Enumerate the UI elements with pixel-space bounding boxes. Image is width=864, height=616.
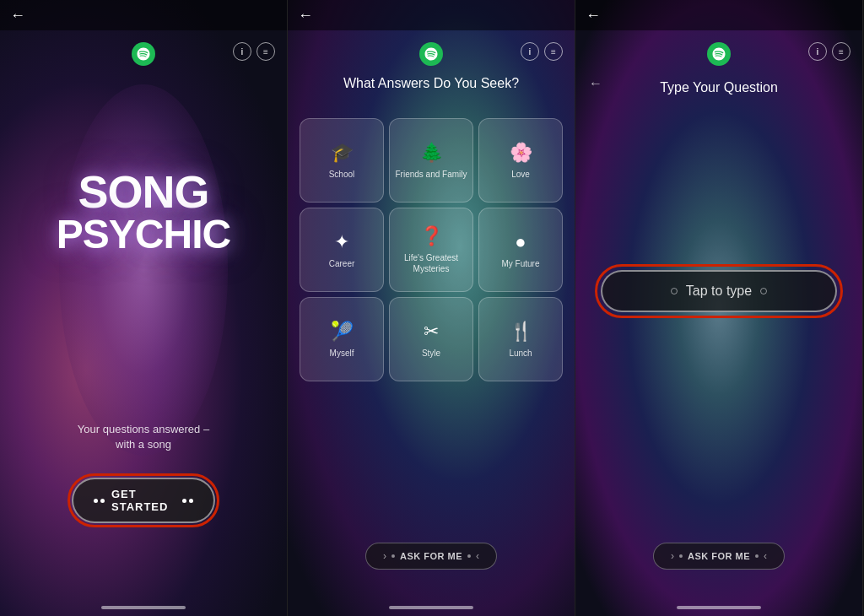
arrow-right-icon-3: ‹ xyxy=(764,550,767,562)
arrow-left-icon-2: › xyxy=(383,550,386,562)
category-friends-family[interactable]: 🌲 Friends and Family xyxy=(389,118,473,203)
menu-icon-3[interactable]: ≡ xyxy=(832,42,850,61)
lunch-label: Lunch xyxy=(505,348,535,359)
career-label: Career xyxy=(326,258,359,269)
panel-type-question: ← i ≡ ← Type Your Question Tap to type ›… xyxy=(575,0,863,616)
future-label: My Future xyxy=(498,258,543,269)
get-started-button[interactable]: GET STARTED xyxy=(72,478,215,523)
lunch-icon: 🍴 xyxy=(510,321,532,343)
back-arrow-3[interactable]: ← xyxy=(586,7,601,24)
category-school[interactable]: 🎓 School xyxy=(300,118,384,203)
back-arrow-1[interactable]: ← xyxy=(10,7,25,24)
arrow-left-icon-3: › xyxy=(671,550,674,562)
type-question-title: Type Your Question xyxy=(660,80,778,95)
arrow-right-icon-2: ‹ xyxy=(476,550,479,562)
panel-song-psychic: ← i ≡ SONG PSYCHIC Your questions answer… xyxy=(0,0,288,616)
myself-icon: 🎾 xyxy=(331,321,354,343)
ask-for-me-label-2: ASK FOR ME xyxy=(400,551,462,561)
category-myself[interactable]: 🎾 Myself xyxy=(300,297,384,381)
friends-icon: 🌲 xyxy=(420,142,443,164)
career-icon: ✦ xyxy=(334,231,349,253)
style-icon: ✂ xyxy=(424,321,439,343)
btn-dots-left xyxy=(94,499,105,503)
top-bar-3: ← xyxy=(575,0,862,30)
spotify-logo-3 xyxy=(707,42,731,66)
category-career[interactable]: ✦ Career xyxy=(300,208,384,292)
title-line2: PSYCHIC xyxy=(42,214,245,255)
category-lunch[interactable]: 🍴 Lunch xyxy=(478,297,563,381)
info-icons-3: i ≡ xyxy=(808,42,850,61)
handle-left xyxy=(671,288,678,294)
top-bar-1: ← xyxy=(0,0,287,30)
oval-decoration xyxy=(59,84,228,456)
get-started-label: GET STARTED xyxy=(111,488,176,513)
categories-grid: 🎓 School 🌲 Friends and Family 🌸 Love ✦ C… xyxy=(300,118,563,381)
back-arrow-2[interactable]: ← xyxy=(298,7,313,24)
school-icon: 🎓 xyxy=(331,142,354,164)
panel-categories: ← i ≡ What Answers Do You Seek? 🎓 School… xyxy=(288,0,575,616)
mysteries-icon: ❓ xyxy=(420,225,443,247)
btn-dots-right xyxy=(182,499,193,503)
style-label: Style xyxy=(418,348,444,359)
ask-for-me-label-3: ASK FOR ME xyxy=(688,551,750,561)
info-icon-1[interactable]: i xyxy=(233,42,251,61)
top-bar-2: ← xyxy=(288,0,575,30)
tap-to-type-label: Tap to type xyxy=(686,284,752,299)
tap-to-type-button[interactable]: Tap to type xyxy=(601,270,837,312)
category-future[interactable]: ● My Future xyxy=(478,208,563,292)
love-icon: 🌸 xyxy=(510,142,532,164)
myself-label: Myself xyxy=(327,348,358,359)
friends-label: Friends and Family xyxy=(392,169,470,180)
panel-2-title: What Answers Do You Seek? xyxy=(343,76,519,91)
back-arrow-inner-3[interactable]: ← xyxy=(589,76,602,91)
ask-for-me-button-3[interactable]: › ASK FOR ME ‹ xyxy=(653,543,785,570)
info-icon-3[interactable]: i xyxy=(808,42,827,61)
ask-for-me-button-2[interactable]: › ASK FOR ME ‹ xyxy=(365,543,497,570)
category-mysteries[interactable]: ❓ Life's Greatest Mysteries xyxy=(389,208,473,292)
home-indicator-2 xyxy=(389,606,473,609)
info-icon-2[interactable]: i xyxy=(521,42,539,61)
category-love[interactable]: 🌸 Love xyxy=(478,118,563,203)
info-icons-1: i ≡ xyxy=(233,42,275,61)
mysteries-label: Life's Greatest Mysteries xyxy=(390,252,472,274)
category-style[interactable]: ✂ Style xyxy=(389,297,473,381)
tap-to-type-container[interactable]: Tap to type xyxy=(601,270,837,312)
title-line1: SONG xyxy=(42,169,245,214)
school-label: School xyxy=(326,169,359,180)
home-indicator-3 xyxy=(677,606,761,609)
app-title: SONG PSYCHIC xyxy=(42,169,245,255)
home-indicator-1 xyxy=(101,606,186,609)
love-label: Love xyxy=(508,169,533,180)
handle-right xyxy=(760,288,767,294)
future-icon: ● xyxy=(515,231,526,253)
spotify-logo-2 xyxy=(419,42,443,66)
info-icons-2: i ≡ xyxy=(521,42,563,61)
subtitle: Your questions answered – with a song xyxy=(68,422,219,452)
menu-icon-2[interactable]: ≡ xyxy=(544,42,563,61)
tap-to-type-outline: Tap to type xyxy=(601,270,837,312)
spotify-logo-1 xyxy=(132,42,155,66)
menu-icon-1[interactable]: ≡ xyxy=(256,42,275,61)
